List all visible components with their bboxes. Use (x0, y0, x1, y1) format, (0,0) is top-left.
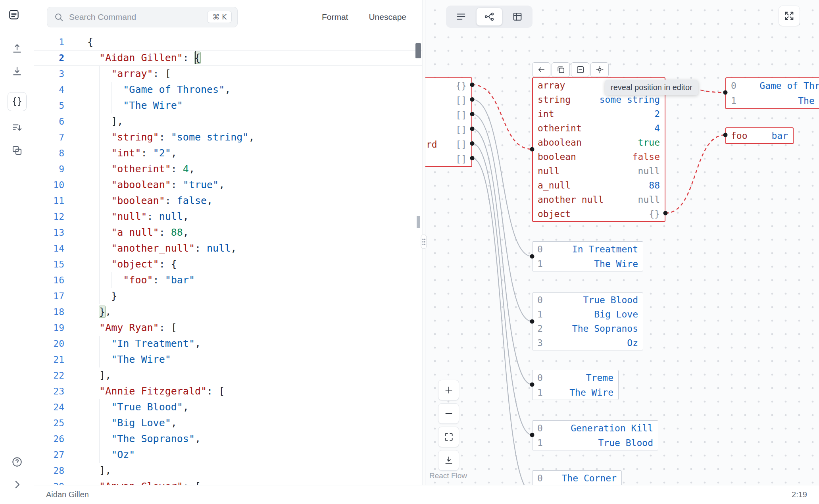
node-back-button[interactable] (532, 62, 550, 77)
editor-line-28[interactable]: 28 ], (34, 463, 422, 479)
node-row: booleanfalse (533, 150, 665, 164)
node-row: [] (425, 108, 471, 122)
help-icon (11, 456, 23, 468)
editor-line-25[interactable]: 25 "Big Love", (34, 415, 422, 431)
format-button[interactable]: Format (322, 12, 348, 22)
reactflow-attribution: React Flow (429, 471, 467, 480)
download-image-button[interactable] (438, 450, 459, 471)
editor-line-4[interactable]: 4 "Game of Thrones", (34, 82, 422, 98)
sidebar-item-help[interactable] (8, 452, 27, 471)
line-number: 4 (34, 82, 64, 98)
editor-line-1[interactable]: 1{ (34, 34, 422, 50)
line-number: 14 (34, 240, 64, 256)
editor-line-12[interactable]: 12 "null": null, (34, 209, 422, 225)
editor-line-27[interactable]: 27 "Oz" (34, 447, 422, 463)
node-row: object{} (533, 207, 665, 221)
editor-line-20[interactable]: 20 "In Treatment", (34, 336, 422, 352)
sidebar-item-compare[interactable] (8, 141, 27, 160)
graph-node-root-object[interactable]: {}[][][]rd[][] (425, 77, 472, 167)
view-mode-graph-button[interactable] (476, 8, 502, 26)
sidebar-item-json-editor[interactable] (8, 92, 27, 111)
graph-node-annie-fitzgerald[interactable]: 0True Blood1Big Love2The Sopranos3Oz (532, 292, 643, 350)
line-number: 21 (34, 352, 64, 367)
keyboard-shortcut-badge: ⌘ K (207, 11, 232, 23)
scrollbar-thumb[interactable] (415, 43, 421, 58)
editor-line-2[interactable]: 2 "Aidan Gillen": { (34, 50, 422, 66)
graph-node-amy-ryan[interactable]: 0In Treatment1The Wire (532, 241, 643, 271)
node-row: int2 (533, 107, 665, 121)
graph-node-alexander-skarsgard[interactable]: 0Generation Kill1True Blood (532, 420, 658, 450)
editor-line-3[interactable]: 3 "array": [ (34, 66, 422, 82)
view-mode-table-button[interactable] (504, 8, 531, 26)
editor-line-5[interactable]: 5 "The Wire" (34, 98, 422, 113)
zoom-in-button[interactable] (438, 380, 459, 400)
editor-line-6[interactable]: 6 ], (34, 113, 422, 129)
fullscreen-button[interactable] (779, 6, 800, 26)
line-number: 26 (34, 431, 64, 447)
editor-line-7[interactable]: 7 "string": "some string", (34, 129, 422, 145)
graph-node-array-values[interactable]: 0Game of Thrones1The Wire (725, 77, 819, 109)
resize-grip-icon[interactable] (421, 235, 427, 249)
sidebar-item-upload[interactable] (8, 39, 27, 58)
editor-line-10[interactable]: 10 "aboolean": "true", (34, 177, 422, 193)
code-editor[interactable]: 1{2 "Aidan Gillen": {3 "array": [4 "Game… (34, 34, 422, 485)
text-cursor (195, 51, 196, 64)
graph-node-aidan-gillen[interactable]: array[]stringsome stringint2otherint4abo… (532, 77, 665, 222)
zoom-out-button[interactable] (438, 403, 459, 424)
upload-icon (11, 42, 23, 54)
line-number: 25 (34, 415, 64, 431)
editor-line-26[interactable]: 26 "The Sopranos", (34, 431, 422, 447)
graph-node-anwan-glover[interactable]: 0Treme1The Wire (532, 370, 619, 400)
sidebar-item-sort[interactable] (8, 118, 27, 137)
view-mode-text-button[interactable] (448, 8, 474, 26)
node-row: foobar (726, 128, 793, 143)
node-duplicate-button[interactable] (552, 62, 570, 77)
line-number: 7 (34, 129, 64, 145)
node-row: 2The Sopranos (533, 321, 643, 336)
sidebar-item-collapse-sidebar[interactable] (8, 475, 27, 494)
line-number: 12 (34, 209, 64, 225)
node-toolbar (532, 62, 609, 77)
editor-line-21[interactable]: 21 "The Wire" (34, 352, 422, 367)
node-focus-button[interactable] (590, 62, 609, 77)
editor-line-14[interactable]: 14 "another_null": null, (34, 240, 422, 256)
sidebar-item-download[interactable] (8, 62, 27, 81)
graph-node-alice-farmer[interactable]: 0The Corner1Oz2The Wire (532, 470, 622, 485)
fit-view-button[interactable] (438, 427, 459, 447)
editor-scrollbar[interactable] (414, 34, 422, 485)
unescape-button[interactable]: Unescape (369, 12, 406, 22)
fit-icon (444, 432, 454, 442)
graph-node-object-foo[interactable]: foobar (725, 127, 794, 144)
editor-line-15[interactable]: 15 "object": { (34, 256, 422, 272)
editor-line-24[interactable]: 24 "True Blood", (34, 399, 422, 415)
compare-icon (11, 144, 23, 156)
graph-panel[interactable]: {}[][][]rd[][]array[]stringsome stringin… (425, 0, 819, 485)
editor-line-17[interactable]: 17 } (34, 288, 422, 304)
node-row: {} (425, 78, 471, 93)
zoom-controls (438, 380, 459, 471)
copy-icon (556, 65, 565, 74)
node-row: 3Oz (533, 336, 643, 350)
panel-resize-handle[interactable] (422, 0, 425, 485)
editor-line-19[interactable]: 19 "Amy Ryan": [ (34, 320, 422, 336)
editor-line-16[interactable]: 16 "foo": "bar" (34, 272, 422, 288)
node-row: nullnull (533, 164, 665, 178)
statusbar-path: Aidan Gillen (46, 490, 89, 499)
editor-line-23[interactable]: 23 "Annie Fitzgerald": [ (34, 383, 422, 399)
editor-line-18[interactable]: 18 }, (34, 304, 422, 320)
editor-line-22[interactable]: 22 ], (34, 367, 422, 383)
editor-line-9[interactable]: 9 "otherint": 4, (34, 161, 422, 177)
table-icon (512, 11, 523, 22)
line-number: 2 (34, 50, 64, 66)
image-down-icon (444, 455, 454, 466)
editor-line-8[interactable]: 8 "int": "2", (34, 145, 422, 161)
line-number: 1 (34, 34, 64, 50)
node-collapse-button[interactable] (571, 62, 589, 77)
editor-line-29[interactable]: 29 "Anwan Glover": [ (34, 479, 422, 485)
editor-line-13[interactable]: 13 "a_null": 88, (34, 225, 422, 240)
search-command-input[interactable]: Search Command ⌘ K (47, 7, 238, 27)
node-row: 1The Wire (533, 385, 618, 400)
node-row: 0True Blood (533, 293, 643, 307)
editor-line-11[interactable]: 11 "boolean": false, (34, 193, 422, 209)
node-row: 0Generation Kill (533, 421, 658, 435)
